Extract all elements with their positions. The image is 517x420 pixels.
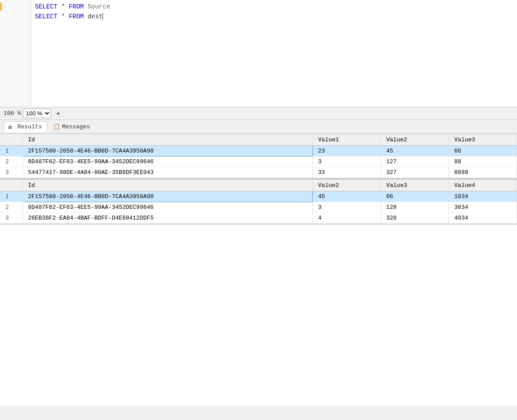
row-value1: 3 [312, 157, 380, 167]
row-num: 2 [0, 157, 22, 167]
row-id: 54477417-98DE-4A84-80AE-35B8DF3EE043 [22, 167, 312, 178]
row-value4: 3034 [449, 202, 517, 213]
operator-star-2: * [57, 13, 68, 20]
tab-results-label: Results [17, 123, 42, 130]
table-source: Source [84, 3, 110, 10]
code-line-1: SELECT * FROM Source [35, 2, 513, 12]
keyword-from-2: FROM [69, 13, 84, 20]
row-value1: 23 [312, 146, 380, 157]
line-number-2 [0, 12, 31, 21]
code-line-2: SELECT * FROM dest [35, 12, 513, 21]
line-numbers [0, 0, 31, 107]
row-num: 1 [0, 191, 22, 202]
text-cursor [103, 13, 103, 20]
results-area: ⊞ Results 📋 Messages Id Value1 Value2 Va… [0, 120, 517, 406]
table-row[interactable]: 1 2F157580-2058-4E46-BB0D-7CA4A3950A98 4… [0, 191, 517, 202]
result-table-2-wrapper: Id Value2 Value3 Value4 1 2F157580-2058-… [0, 180, 517, 225]
row-value2: 45 [380, 146, 449, 157]
table1-col-value2: Value2 [380, 134, 449, 146]
table1-col-value3: Value3 [449, 134, 517, 146]
tab-messages-label: Messages [62, 123, 90, 130]
tabs-bar: ⊞ Results 📋 Messages [0, 120, 517, 134]
table2-header-row: Id Value2 Value3 Value4 [0, 180, 517, 191]
row-value3: 328 [380, 213, 449, 224]
row-num: 1 [0, 146, 22, 157]
table-row[interactable]: 3 26EB38F2-EA04-4BAF-BDFF-D4E60412DDF5 4… [0, 213, 517, 224]
row-value3: 88 [449, 157, 517, 167]
row-value2: 327 [380, 167, 449, 178]
empty-space [0, 225, 517, 406]
row-id: 2F157580-2058-4E46-BB0D-7CA4A3950A98 [22, 146, 312, 157]
results-grid-icon: ⊞ [9, 124, 16, 130]
keyword-select-1: SELECT [35, 3, 57, 10]
table-dest: dest [84, 13, 103, 20]
row-id: 8D487F62-EF63-4EE5-99AA-3452DEC99646 [22, 157, 312, 167]
row-value2: 127 [380, 157, 449, 167]
table2-col-value2: Value2 [312, 180, 380, 191]
zoom-bar: 100 % 100 % 75 % 125 % ◄ [0, 107, 517, 120]
tab-messages[interactable]: 📋 Messages [49, 122, 94, 132]
code-lines[interactable]: SELECT * FROM Source SELECT * FROM dest [31, 0, 517, 107]
row-id: 8D487F62-EF63-4EE5-99AA-3452DEC99646 [22, 202, 312, 213]
table-row[interactable]: 3 54477417-98DE-4A84-80AE-35B8DF3EE043 3… [0, 167, 517, 178]
row-value4: 1034 [449, 191, 517, 202]
result-table-1-wrapper: Id Value1 Value2 Value3 1 2F157580-2058-… [0, 134, 517, 179]
result-table-2: Id Value2 Value3 Value4 1 2F157580-2058-… [0, 180, 517, 224]
keyword-select-2: SELECT [35, 13, 57, 20]
table1-col-rownum [0, 134, 22, 146]
row-num: 2 [0, 202, 22, 213]
row-id: 26EB38F2-EA04-4BAF-BDFF-D4E60412DDF5 [22, 213, 312, 224]
row-num: 3 [0, 213, 22, 224]
table2-col-value3: Value3 [380, 180, 449, 191]
row-value2: 3 [312, 202, 380, 213]
zoom-dropdown[interactable]: 100 % 75 % 125 % [23, 109, 51, 118]
messages-doc-icon: 📋 [53, 123, 60, 130]
table-row[interactable]: 1 2F157580-2058-4E46-BB0D-7CA4A3950A98 2… [0, 146, 517, 157]
row-value3: 66 [449, 146, 517, 157]
row-id: 2F157580-2058-4E46-BB0D-7CA4A3950A98 [22, 191, 312, 202]
table-row[interactable]: 2 8D487F62-EF63-4EE5-99AA-3452DEC99646 3… [0, 157, 517, 167]
table1-header-row: Id Value1 Value2 Value3 [0, 134, 517, 146]
results-container: Id Value1 Value2 Value3 1 2F157580-2058-… [0, 134, 517, 406]
row-value4: 4034 [449, 213, 517, 224]
row-value3: 66 [380, 191, 449, 202]
result-table-1: Id Value1 Value2 Value3 1 2F157580-2058-… [0, 134, 517, 178]
table1-col-id: Id [22, 134, 312, 146]
tab-results[interactable]: ⊞ Results [4, 121, 47, 132]
table-row[interactable]: 2 8D487F62-EF63-4EE5-99AA-3452DEC99646 3… [0, 202, 517, 213]
row-value2: 4 [312, 213, 380, 224]
row-num: 3 [0, 167, 22, 178]
table1-col-value1: Value1 [312, 134, 380, 146]
operator-star-1: * [57, 3, 68, 10]
table2-col-id: Id [22, 180, 312, 191]
line-number-1 [0, 2, 31, 12]
zoom-value: 100 % [4, 110, 21, 117]
row-value3: 8888 [449, 167, 517, 178]
sql-editor[interactable]: SELECT * FROM Source SELECT * FROM dest [0, 0, 517, 107]
keyword-from-1: FROM [69, 3, 84, 10]
row-value3: 128 [380, 202, 449, 213]
line-indicator-1 [0, 3, 2, 11]
row-value1: 33 [312, 167, 380, 178]
table2-col-rownum [0, 180, 22, 191]
table2-col-value4: Value4 [449, 180, 517, 191]
zoom-left-arrow[interactable]: ◄ [56, 111, 60, 116]
row-value2: 45 [312, 191, 380, 202]
